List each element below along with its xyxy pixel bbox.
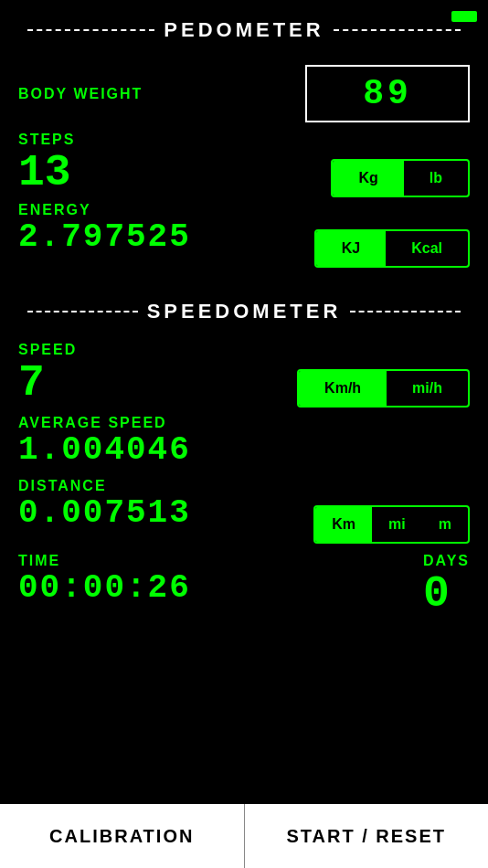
speed-col: SPEED 7 AVERAGE SPEED 1.004046 xyxy=(18,342,191,469)
steps-col: STEPS 13 xyxy=(18,132,75,197)
dash-right xyxy=(334,29,461,31)
dash-left xyxy=(27,29,154,31)
days-value: 0 xyxy=(423,569,450,619)
time-days-row: TIME 00:00:26 DAYS 0 xyxy=(18,553,470,619)
kcal-button[interactable]: Kcal xyxy=(386,231,468,266)
energy-col: ENERGY 2.797525 xyxy=(18,202,191,256)
days-col: DAYS 0 xyxy=(423,553,470,619)
steps-value: 13 xyxy=(18,148,75,197)
distance-label: DISTANCE xyxy=(18,478,191,494)
distance-row: DISTANCE 0.007513 Km mi m xyxy=(18,478,470,544)
pedometer-section: BODY WEIGHT 89 STEPS 13 Kg lb ENERGY 2.7… xyxy=(0,65,488,268)
weight-unit-toggle[interactable]: Kg lb xyxy=(331,159,470,197)
spd-dash-right xyxy=(350,311,461,312)
calibration-button[interactable]: CALIBRATION xyxy=(0,804,245,868)
days-label: DAYS xyxy=(423,553,470,569)
body-weight-label: BODY WEIGHT xyxy=(18,86,143,102)
speedometer-header: SPEEDOMETER xyxy=(0,291,488,333)
kj-button[interactable]: KJ xyxy=(316,231,386,266)
battery-indicator xyxy=(451,11,477,22)
km-button[interactable]: Km xyxy=(315,507,372,542)
body-weight-input[interactable]: 89 xyxy=(305,65,470,122)
speed-value: 7 xyxy=(18,358,191,408)
time-label: TIME xyxy=(18,553,191,569)
spd-dash-left xyxy=(27,311,138,312)
speed-row: SPEED 7 AVERAGE SPEED 1.004046 Km/h mi/h xyxy=(18,342,470,469)
avg-speed-value: 1.004046 xyxy=(18,431,191,469)
speedometer-title: SPEEDOMETER xyxy=(147,300,342,323)
steps-row: STEPS 13 Kg lb xyxy=(18,132,470,197)
energy-unit-toggle[interactable]: KJ Kcal xyxy=(314,229,470,268)
body-weight-row: BODY WEIGHT 89 xyxy=(18,65,470,122)
distance-value: 0.007513 xyxy=(18,494,191,532)
start-reset-button[interactable]: START / RESET xyxy=(245,804,489,868)
speed-unit-toggle[interactable]: Km/h mi/h xyxy=(297,369,470,408)
avg-speed-label: AVERAGE SPEED xyxy=(18,415,191,431)
energy-label: ENERGY xyxy=(18,202,191,218)
mih-button[interactable]: mi/h xyxy=(387,371,468,406)
kg-button[interactable]: Kg xyxy=(333,161,403,196)
speedometer-section: SPEED 7 AVERAGE SPEED 1.004046 Km/h mi/h… xyxy=(0,342,488,619)
pedometer-header: PEDOMETER xyxy=(0,9,488,51)
speed-label: SPEED xyxy=(18,342,191,358)
m-button[interactable]: m xyxy=(422,507,468,542)
time-col: TIME 00:00:26 xyxy=(18,553,191,607)
lb-button[interactable]: lb xyxy=(404,161,468,196)
energy-value: 2.797525 xyxy=(18,218,191,256)
distance-col: DISTANCE 0.007513 xyxy=(18,478,191,532)
energy-row: ENERGY 2.797525 KJ Kcal xyxy=(18,202,470,268)
kmh-button[interactable]: Km/h xyxy=(299,371,387,406)
body-weight-value: 89 xyxy=(363,74,412,113)
time-value: 00:00:26 xyxy=(18,569,191,607)
pedometer-title: PEDOMETER xyxy=(164,18,324,42)
mi-button[interactable]: mi xyxy=(372,507,422,542)
steps-label: STEPS xyxy=(18,132,75,148)
distance-unit-toggle[interactable]: Km mi m xyxy=(313,505,470,544)
bottom-buttons: CALIBRATION START / RESET xyxy=(0,804,488,868)
